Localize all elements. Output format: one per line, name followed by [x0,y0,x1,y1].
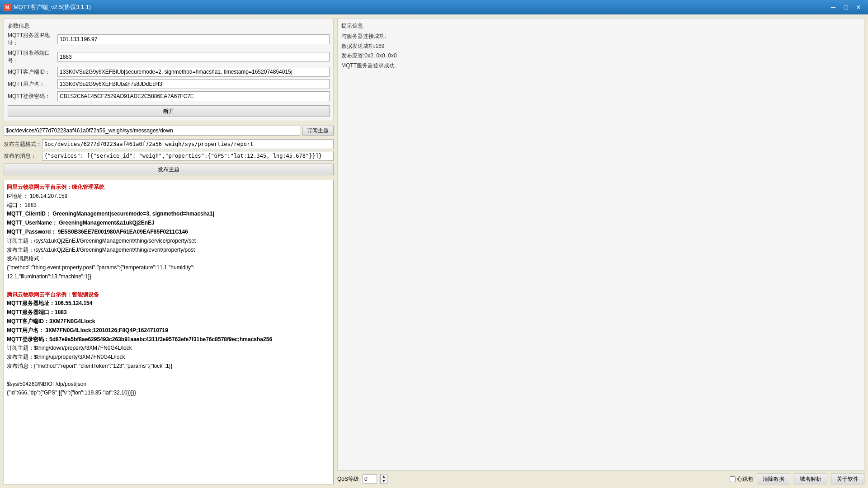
minimize-button[interactable]: ─ [827,3,839,12]
info-content: 与服务器连接成功.数据发送成功:169发布应答:0x2, 0x0, 0x0MQT… [341,32,860,70]
log-line: 阿里云物联网云平台示例：绿化管理系统 [7,183,324,192]
clear-button[interactable]: 清除数据 [757,474,790,484]
about-button[interactable]: 关于软件 [831,474,864,484]
log-line: 发布主题：$thing/up/property/3XM7FN0G4L/lock [7,353,324,362]
server-port-input[interactable] [57,52,330,62]
log-line: 端口： 1883 [7,201,324,210]
client-id-row: MQTT客户端ID： [8,67,330,77]
heartbeat-text: 心跳包 [737,475,753,483]
right-panel: 提示信息 与服务器连接成功.数据发送成功:169发布应答:0x2, 0x0, 0… [337,18,864,484]
title-bar: M MQTT客户端_v2.5(协议3.1.1) ─ □ ✕ [0,0,868,14]
log-area-wrapper: 阿里云物联网云平台示例：绿化管理系统IP地址： 106.14.207.159端口… [4,180,334,484]
info-message: 与服务器连接成功. [341,32,860,42]
info-message: MQTT服务器登录成功. [341,61,860,71]
publish-button[interactable]: 发布主题 [4,164,334,175]
log-line: 订阅主题：/sys/a1ukQj2EnEJ/GreeningManagement… [7,237,324,246]
maximize-button[interactable]: □ [840,3,852,12]
domain-button[interactable]: 域名解析 [794,474,827,484]
password-row: MQTT登录密码： [8,91,330,101]
client-id-label: MQTT客户端ID： [8,68,57,76]
disconnect-button[interactable]: 断开 [8,105,330,117]
publish-section: 发布主题格式： 发布的消息： 发布主题 [4,139,334,175]
info-header: 提示信息 [341,22,860,30]
publish-message-input[interactable] [42,151,334,161]
log-content: 阿里云物联网云平台示例：绿化管理系统IP地址： 106.14.207.159端口… [7,183,331,398]
username-row: MQTT用户名： [8,79,330,89]
info-section: 提示信息 与服务器连接成功.数据发送成功:169发布应答:0x2, 0x0, 0… [337,18,864,471]
log-line: 订阅主题：$thing/down/property/3XM7FN0G4L/loc… [7,344,324,353]
publish-message-label: 发布的消息： [4,152,42,160]
publish-format-row: 发布主题格式： [4,139,334,149]
left-panel: 参数信息 MQTT服务器IP地址： MQTT服务器端口号： MQTT客户端ID：… [4,18,334,484]
client-id-input[interactable] [57,67,330,77]
server-ip-input[interactable] [57,34,330,44]
log-line: MQTT服务器端口：1883 [7,308,324,317]
log-line [7,282,324,291]
app-icon: M [4,4,11,11]
log-line: MQTT服务器地址：106.55.124.154 [7,299,324,308]
qos-spinner: ▲ ▼ [380,474,387,484]
qos-down-button[interactable]: ▼ [381,479,387,483]
log-line: 12.1,"illumination":13,"machine":1}} [7,272,324,282]
server-ip-row: MQTT服务器IP地址： [8,32,330,47]
log-line: MQTT_UserName： GreeningManagement&a1ukQj… [7,219,324,228]
publish-format-input[interactable] [42,139,334,149]
params-header: 参数信息 [8,22,330,30]
log-line: MQTT用户名： 3XM7FN0G4Llock;12010126;F8Q4P;1… [7,326,324,335]
subscribe-row: 订阅主题 [4,126,334,136]
params-section: 参数信息 MQTT服务器IP地址： MQTT服务器端口号： MQTT客户端ID：… [4,18,334,121]
subscribe-button[interactable]: 订阅主题 [302,126,334,136]
log-scroll[interactable]: 阿里云物联网云平台示例：绿化管理系统IP地址： 106.14.207.159端口… [4,180,333,484]
password-input[interactable] [57,91,330,101]
username-input[interactable] [57,79,330,89]
password-label: MQTT登录密码： [8,93,57,100]
close-button[interactable]: ✕ [853,3,864,12]
log-line: 发布消息：{"method":"report","clientToken":"1… [7,362,324,371]
log-line: 发布主题：/sys/a1ukQj2EnEJ/GreeningManagement… [7,246,324,255]
publish-message-row: 发布的消息： [4,151,334,161]
qos-label: QoS等级 [337,475,359,483]
username-label: MQTT用户名： [8,80,57,88]
log-line: $sys/504260/NBIOT/dp/post/json [7,380,324,389]
publish-format-label: 发布主题格式： [4,141,42,148]
qos-up-button[interactable]: ▲ [381,474,387,479]
qos-input[interactable] [363,474,377,483]
log-line: MQTT登录密码：5d87e9a5bf8ae6295493c263b91aaeb… [7,335,324,344]
heartbeat-checkbox[interactable] [730,476,736,482]
server-port-row: MQTT服务器端口号： [8,49,330,65]
info-message: 数据发送成功:169 [341,42,860,52]
window-title: MQTT客户端_v2.5(协议3.1.1) [14,3,827,11]
bottom-bar: QoS等级 ▲ ▼ 心跳包 清除数据 域名解析 关于软件 [337,474,864,484]
log-line [7,371,324,380]
log-line: {"id":666,"dp":{"GPS":[{"v":{"lon":119.3… [7,389,324,398]
info-message: 发布应答:0x2, 0x0, 0x0 [341,51,860,61]
log-line: MQTT客户端ID：3XM7FN0G4Llock [7,317,324,326]
log-line: {"method":"thing.event.property.post","p… [7,263,324,272]
log-line: MQTT_ClientID： GreeningManagement|secure… [7,210,324,219]
server-ip-label: MQTT服务器IP地址： [8,32,57,47]
main-container: 参数信息 MQTT服务器IP地址： MQTT服务器端口号： MQTT客户端ID：… [0,14,868,488]
heartbeat-label: 心跳包 [730,475,753,483]
log-line: IP地址： 106.14.207.159 [7,192,324,201]
log-line: 腾讯云物联网云平台示例：智能锁设备 [7,291,324,300]
subscribe-topic-input[interactable] [4,126,300,136]
server-port-label: MQTT服务器端口号： [8,49,57,65]
window-controls: ─ □ ✕ [827,3,864,12]
log-line: MQTT_Password： 9E5S0B36EE7E001980AF61EA0… [7,228,324,237]
log-line: 发布消息格式： [7,254,324,263]
